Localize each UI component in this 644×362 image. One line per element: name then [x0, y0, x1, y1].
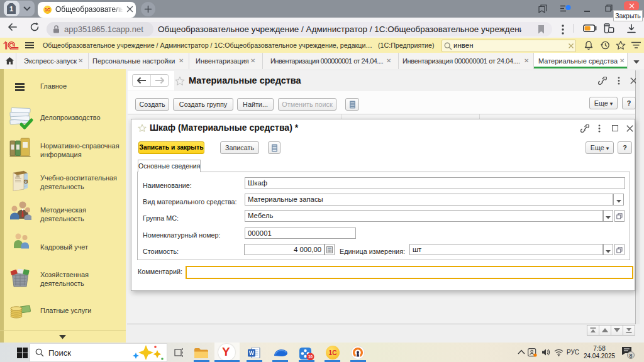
svg-text:10: 10	[308, 354, 313, 359]
